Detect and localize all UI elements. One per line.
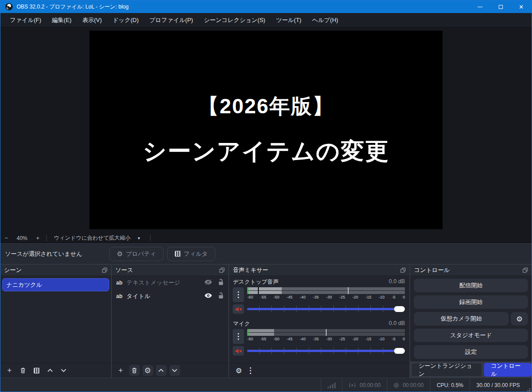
divider <box>150 235 151 241</box>
menu-docks[interactable]: ドック(D) <box>108 14 144 27</box>
visibility-visible-icon[interactable] <box>204 293 213 300</box>
stream-health-indicator <box>321 378 342 392</box>
preview-area[interactable]: 【2026年版】 シーンアイテムの変更 <box>0 27 532 233</box>
stream-timer: 00:00:00 <box>342 378 387 392</box>
start-streaming-button[interactable]: 配信開始 <box>414 279 528 292</box>
source-properties-button[interactable]: ⚙ <box>142 365 153 376</box>
popout-dock-icon[interactable] <box>523 267 528 273</box>
resize-grip[interactable] <box>526 387 530 391</box>
menu-bar: ファイル(F) 編集(E) 表示(V) ドック(D) プロファイル(P) シーン… <box>0 13 532 27</box>
channel-db-value: 0.0 dB <box>389 320 405 328</box>
filter-icon <box>175 251 181 257</box>
channel-menu-button[interactable] <box>233 287 244 302</box>
remove-source-button[interactable] <box>129 365 140 376</box>
record-time: 00:00:00 <box>403 382 424 388</box>
mixer-body: デスクトップ音声 0.0 dB -60-55-50-45-40-35-30-25… <box>229 276 409 363</box>
close-button[interactable]: ✕ <box>511 0 532 13</box>
tab-controls[interactable]: コントロール <box>484 363 532 377</box>
sources-toolbar: + ⚙ <box>112 363 229 378</box>
mixer-toolbar: ⚙ <box>229 363 409 378</box>
gear-icon: ⚙ <box>516 315 523 323</box>
mixer-channel-mic: マイク 0.0 dB -60-55-50-45-40-35-30-25-20-1… <box>229 318 409 356</box>
popout-dock-icon[interactable] <box>102 267 107 273</box>
popout-dock-icon[interactable] <box>219 267 225 273</box>
add-scene-button[interactable]: + <box>4 365 15 376</box>
remove-scene-button[interactable] <box>18 365 28 376</box>
move-scene-down-button[interactable] <box>58 365 69 376</box>
cpu-usage: CPU: 0.5% <box>430 378 470 392</box>
move-scene-up-button[interactable] <box>44 365 55 376</box>
fps-indicator: 30.00 / 30.00 FPS <box>470 378 532 392</box>
fit-to-window-label[interactable]: ウィンドウに合わせて拡大縮小 <box>49 234 135 242</box>
no-source-selected-label: ソースが選択されていません <box>5 250 82 258</box>
volume-meter <box>247 329 405 336</box>
settings-button[interactable]: 設定 <box>414 345 528 359</box>
properties-button[interactable]: ⚙ プロパティ <box>109 247 164 261</box>
source-row[interactable]: ab テキストメッセージ <box>112 276 229 290</box>
filters-button[interactable]: フィルタ <box>167 247 215 261</box>
zoom-dropdown-caret-icon[interactable]: ▾ <box>135 236 147 241</box>
source-name: タイトル <box>127 292 200 300</box>
preview-zoom-bar: − 40% + ウィンドウに合わせて拡大縮小 ▾ <box>0 233 532 243</box>
channel-db-value: 0.0 dB <box>389 278 405 286</box>
visibility-hidden-icon[interactable] <box>204 279 213 286</box>
virtual-camera-settings-button[interactable]: ⚙ <box>511 312 528 325</box>
cpu-label: CPU: 0.5% <box>437 382 463 388</box>
zoom-out-button[interactable]: − <box>0 235 12 241</box>
channel-name: デスクトップ音声 <box>233 278 279 286</box>
menu-profile[interactable]: プロファイル(P) <box>144 14 198 27</box>
volume-slider[interactable] <box>247 304 405 314</box>
record-icon <box>394 383 399 388</box>
sources-title: ソース <box>115 266 133 274</box>
move-source-down-button[interactable] <box>169 365 180 376</box>
advanced-audio-properties-icon[interactable]: ⚙ <box>235 366 242 375</box>
slider-handle[interactable] <box>394 348 405 354</box>
mixer-title: 音声ミキサー <box>233 266 268 274</box>
menu-tools[interactable]: ツール(T) <box>271 14 306 27</box>
source-list: ab テキストメッセージ ab タイトル <box>112 276 229 363</box>
menu-scene-collection[interactable]: シーンコレクション(S) <box>199 14 270 27</box>
move-source-up-button[interactable] <box>156 365 167 376</box>
menu-help[interactable]: ヘルプ(H) <box>307 14 343 27</box>
scene-filters-button[interactable] <box>31 365 42 376</box>
filters-label: フィルタ <box>184 250 208 258</box>
scene-name: ナニカツクル <box>6 281 42 289</box>
menu-file[interactable]: ファイル(F) <box>5 14 46 27</box>
minimize-button[interactable] <box>470 0 490 13</box>
divider <box>46 235 47 241</box>
source-row[interactable]: ab タイトル <box>112 290 229 303</box>
text-source-icon: ab <box>116 280 123 286</box>
gear-icon: ⚙ <box>117 250 123 257</box>
studio-mode-button[interactable]: スタジオモード <box>414 329 528 342</box>
maximize-button[interactable] <box>490 0 511 13</box>
mixer-menu-icon[interactable] <box>250 367 251 374</box>
mixer-dock-header: 音声ミキサー <box>229 265 409 276</box>
channel-menu-button[interactable] <box>233 329 244 344</box>
add-source-button[interactable]: + <box>115 365 126 376</box>
controls-buttons: 配信開始 録画開始 仮想カメラ開始 ⚙ スタジオモード 設定 <box>410 276 532 361</box>
slider-handle[interactable] <box>394 306 405 312</box>
menu-view[interactable]: 表示(V) <box>77 14 106 27</box>
db-scale: -60-55-50-45-40-35-30-25-20-15-10-50 <box>247 295 405 300</box>
menu-edit[interactable]: 編集(E) <box>47 14 76 27</box>
controls-dock: コントロール 配信開始 録画開始 仮想カメラ開始 ⚙ スタジオモード 設定 <box>410 265 532 378</box>
tab-scene-transitions[interactable]: シーントランジション <box>411 363 482 377</box>
mute-button[interactable] <box>233 346 244 356</box>
title-bar: OBS 32.0.2 - プロファイル: LoL - シーン: blog ✕ <box>0 0 532 13</box>
scene-item[interactable]: ナニカツクル <box>2 278 109 291</box>
start-recording-button[interactable]: 録画開始 <box>414 295 528 309</box>
window-title: OBS 32.0.2 - プロファイル: LoL - シーン: blog <box>17 3 129 11</box>
popout-dock-icon[interactable] <box>400 267 406 273</box>
unlocked-icon[interactable] <box>218 292 224 300</box>
mixer-channel-desktop-audio: デスクトップ音声 0.0 dB -60-55-50-45-40-35-30-25… <box>229 276 409 314</box>
source-action-bar: ソースが選択されていません ⚙ プロパティ フィルタ <box>0 244 532 264</box>
dock-area: シーン ナニカツクル + <box>0 265 532 378</box>
obs-window: OBS 32.0.2 - プロファイル: LoL - シーン: blog ✕ フ… <box>0 0 532 392</box>
zoom-in-button[interactable]: + <box>32 235 44 241</box>
unlocked-icon[interactable] <box>218 279 224 287</box>
zoom-level: 40% <box>12 235 32 241</box>
start-virtual-camera-button[interactable]: 仮想カメラ開始 <box>414 312 509 325</box>
preview-canvas[interactable]: 【2026年版】 シーンアイテムの変更 <box>89 31 443 229</box>
volume-slider[interactable] <box>247 346 405 356</box>
mute-button[interactable] <box>233 304 244 314</box>
